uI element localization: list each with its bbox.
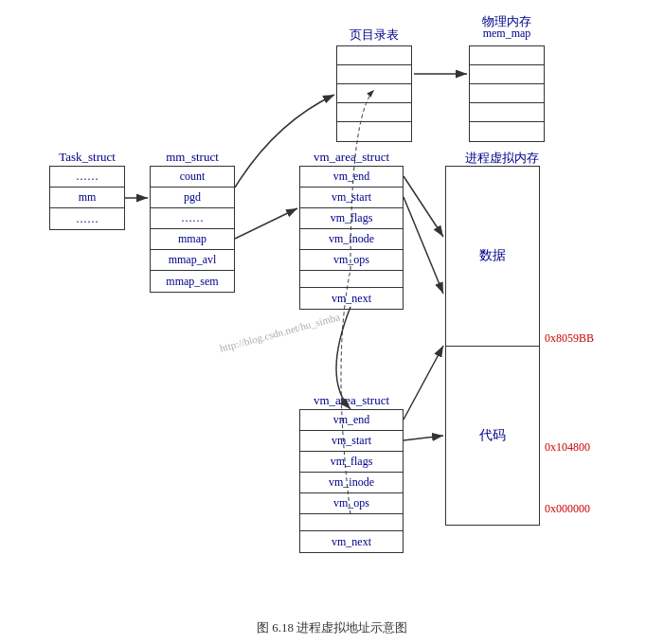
svg-line-7: [404, 436, 443, 440]
mem-map-box: [469, 45, 545, 142]
vm1-empty: [300, 271, 403, 288]
svg-line-6: [404, 346, 443, 420]
vm2-end: vm_end: [300, 410, 403, 431]
svg-line-3: [235, 208, 297, 239]
vm2-flags: vm_flags: [300, 452, 403, 473]
vm2-ops: vm_ops: [300, 493, 403, 514]
data-section: 数据: [446, 167, 539, 347]
mm-cell-count: count: [151, 167, 234, 188]
caption: 图 6.18 进程虚拟地址示意图: [0, 619, 664, 636]
mem-cell-2: [470, 65, 544, 84]
svg-line-5: [404, 197, 443, 294]
vm1-inode: vm_inode: [300, 229, 403, 250]
pgd-cell-4: [337, 103, 411, 122]
mm-cell-mmap-avl: mmap_avl: [151, 250, 234, 271]
task-cell-mm: mm: [50, 188, 124, 208]
vm1-ops: vm_ops: [300, 250, 403, 271]
task-cell-3: ……: [50, 208, 124, 229]
vm-area-struct-1-box: vm_end vm_start vm_flags vm_inode vm_ops…: [299, 166, 404, 310]
pgd-cell-3: [337, 84, 411, 103]
task-struct-label: Task_struct: [49, 150, 125, 165]
vm-area-struct-2-label: vm_area_struct: [299, 393, 404, 408]
task-cell-1: ……: [50, 167, 124, 188]
vm2-next: vm_next: [300, 531, 403, 552]
vm-area-struct-1-label: vm_area_struct: [299, 150, 404, 165]
virtual-mem-label: 进程虚拟内存: [445, 150, 559, 167]
addr-000000: 0x000000: [545, 502, 590, 516]
watermark: http://blog.csdn.net/hu_simba: [219, 311, 341, 353]
mem-cell-5: [470, 122, 544, 141]
mm-cell-pgd: pgd: [151, 188, 234, 208]
mm-struct-label: mm_struct: [150, 150, 235, 165]
mm-cell-mmap: mmap: [151, 229, 234, 250]
code-section: 代码: [446, 347, 539, 526]
mem-cell-4: [470, 103, 544, 122]
vm1-next: vm_next: [300, 288, 403, 309]
page-dir-box: [336, 45, 412, 142]
mem-cell-3: [470, 84, 544, 103]
page-dir-label: 页目录表: [336, 27, 412, 44]
task-struct-box: …… mm ……: [49, 166, 125, 230]
mm-struct-box: count pgd …… mmap mmap_avl mmap_sem: [150, 166, 235, 293]
vm1-end: vm_end: [300, 167, 403, 188]
pgd-cell-2: [337, 65, 411, 84]
vm2-empty: [300, 514, 403, 531]
vm2-start: vm_start: [300, 431, 403, 452]
mem-cell-1: [470, 46, 544, 65]
addr-104800: 0x104800: [545, 440, 590, 455]
mm-cell-dots: ……: [151, 208, 234, 229]
mm-cell-mmap-sem: mmap_sem: [151, 271, 234, 292]
vm-area-struct-2-box: vm_end vm_start vm_flags vm_inode vm_ops…: [299, 409, 404, 553]
vm2-inode: vm_inode: [300, 473, 403, 493]
diagram-container: Task_struct …… mm …… mm_struct count pgd…: [0, 0, 664, 644]
mem-map-label: mem_map: [469, 27, 545, 41]
virtual-mem-box: 数据 代码: [445, 166, 540, 526]
vm1-start: vm_start: [300, 188, 403, 208]
pgd-cell-5: [337, 122, 411, 141]
pgd-cell-1: [337, 46, 411, 65]
vm1-flags: vm_flags: [300, 208, 403, 229]
addr-8059bb: 0x8059BB: [545, 331, 594, 346]
svg-line-4: [404, 176, 443, 237]
